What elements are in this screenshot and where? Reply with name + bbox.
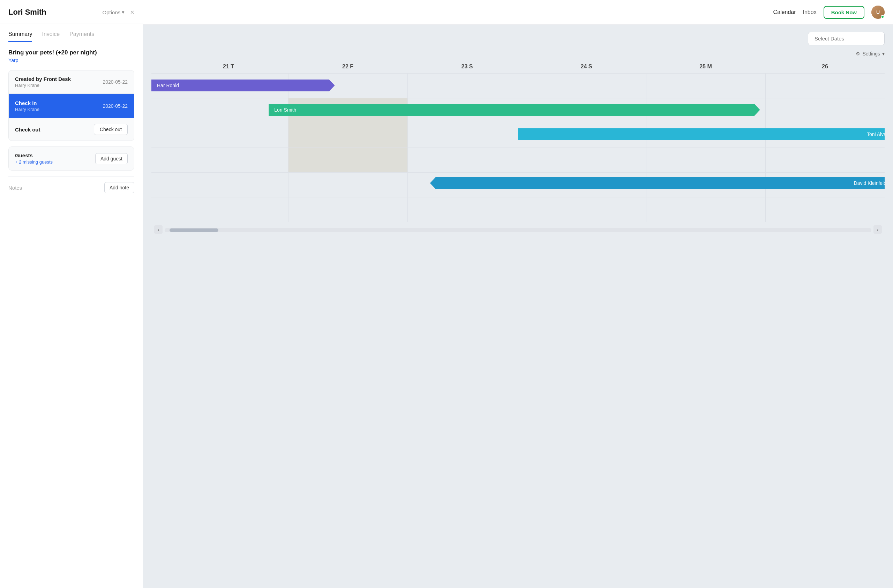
cell-r4c2[interactable] [288, 148, 407, 172]
row-label-5 [151, 173, 169, 197]
close-icon: × [130, 8, 134, 16]
cell-r5c2[interactable] [288, 173, 407, 197]
notes-row: Notes Add note [8, 176, 134, 196]
calendar-container: 21 T 22 F 23 S 24 S 25 M 26 ▲ ▼ [151, 60, 885, 588]
horizontal-scrollbar[interactable] [165, 228, 871, 232]
calendar-nav-link[interactable]: Calendar [773, 9, 796, 15]
guests-sub: + 2 missing guests [15, 159, 53, 165]
booking-bar-toni-alva[interactable]: Toni Alva [518, 128, 885, 140]
cell-r4c4[interactable] [527, 148, 646, 172]
settings-button[interactable]: ⚙ Settings ▾ [856, 51, 885, 57]
tab-summary[interactable]: Summary [8, 26, 32, 42]
book-now-button[interactable]: Book Now [824, 6, 864, 19]
cell-r6c5[interactable] [646, 197, 765, 222]
row-label-2 [151, 98, 169, 123]
cell-r6c2[interactable] [288, 197, 407, 222]
col-header-22: 22 F [288, 60, 407, 73]
avatar: U [871, 6, 885, 19]
booking-name: Lori Smith [8, 8, 47, 17]
cell-r1c6[interactable] [765, 74, 885, 98]
checkout-button[interactable]: Check out [94, 124, 128, 135]
col-header-23: 23 S [407, 60, 527, 73]
row-label-header [151, 60, 169, 73]
left-panel: Lori Smith Options ▾ × Summary Invoice P… [0, 0, 143, 588]
cell-r2c6[interactable] [765, 98, 885, 123]
day-number: 21 T [169, 63, 288, 70]
add-note-button[interactable]: Add note [104, 182, 134, 193]
checkin-label: Check in [15, 100, 39, 106]
calendar-body: Har Rohld Lori Smith Toni Alva David Kle… [151, 73, 885, 222]
created-label: Created by Front Desk [15, 76, 71, 82]
scrollbar-thumb [170, 229, 218, 232]
cell-r1c3[interactable] [407, 74, 527, 98]
cell-r3c1[interactable] [169, 123, 288, 147]
guests-label: Guests [15, 152, 53, 158]
checkout-row: Check out Check out [9, 118, 134, 141]
inbox-nav-link[interactable]: Inbox [803, 9, 816, 15]
cell-r4c6[interactable] [765, 148, 885, 172]
cal-row-4 [151, 147, 885, 172]
calendar-area: ⚙ Settings ▾ 21 T 22 F 23 S 24 S 25 M 26 [143, 25, 893, 588]
col-header-26: 26 ▲ ▼ [765, 60, 885, 73]
settings-label: Settings [862, 51, 880, 57]
booking-bar-har-rohld[interactable]: Har Rohld [151, 80, 335, 92]
created-row: Created by Front Desk Harry Krane 2020-0… [9, 71, 134, 94]
row-label-3 [151, 123, 169, 147]
created-date: 2020-05-22 [102, 79, 128, 85]
select-dates-input[interactable] [808, 32, 885, 45]
header-actions: Options ▾ × [102, 9, 134, 16]
checkin-by: Harry Krane [15, 107, 39, 112]
guests-card: Guests + 2 missing guests Add guest [8, 146, 134, 170]
cal-scroll-left[interactable]: ‹ [154, 225, 162, 234]
left-header: Lori Smith Options ▾ × [0, 0, 143, 23]
col-header-25: 25 M [646, 60, 765, 73]
booking-name-toni-alva: Toni Alva [867, 131, 885, 137]
booking-name-har-rohld: Har Rohld [157, 83, 179, 88]
cell-r6c1[interactable] [169, 197, 288, 222]
top-nav: Calendar Inbox Book Now U [143, 0, 893, 25]
right-panel: Calendar Inbox Book Now U ⚙ Settings ▾ [143, 0, 893, 588]
notes-label: Notes [8, 185, 22, 191]
options-button[interactable]: Options ▾ [102, 9, 125, 15]
options-label: Options [102, 9, 121, 15]
booking-bar-david-kleinfeld[interactable]: David Kleinfeld [430, 177, 885, 189]
property-subtitle: Yarp [8, 57, 134, 63]
chevron-down-icon: ▾ [122, 9, 125, 15]
col-header-24: 24 S [527, 60, 646, 73]
cell-r3c2[interactable] [288, 123, 407, 147]
col-header-21: 21 T [169, 60, 288, 73]
property-title: Bring your pets! (+20 per night) [8, 49, 134, 56]
cell-r5c1[interactable] [169, 173, 288, 197]
created-by: Harry Krane [15, 83, 71, 88]
tab-invoice[interactable]: Invoice [42, 26, 60, 42]
row-label-4 [151, 148, 169, 172]
avatar-online-dot [881, 15, 884, 18]
calendar-header: 21 T 22 F 23 S 24 S 25 M 26 ▲ ▼ [151, 60, 885, 73]
booking-name-david-kleinfeld: David Kleinfeld [854, 180, 885, 186]
cell-r1c5[interactable] [646, 74, 765, 98]
checkin-row[interactable]: Check in Harry Krane 2020-05-22 [9, 94, 134, 118]
cell-r6c6[interactable] [765, 197, 885, 222]
settings-chevron-icon: ▾ [882, 51, 885, 57]
add-guest-button[interactable]: Add guest [95, 153, 128, 164]
left-content: Bring your pets! (+20 per night) Yarp Cr… [0, 42, 143, 588]
gear-icon: ⚙ [856, 51, 860, 57]
booking-name-lori-smith: Lori Smith [274, 107, 296, 113]
checkin-date: 2020-05-22 [102, 103, 128, 109]
cal-row-6 [151, 197, 885, 222]
checkout-label: Check out [15, 126, 41, 132]
cell-r6c3[interactable] [407, 197, 527, 222]
cell-r6c4[interactable] [527, 197, 646, 222]
cal-scroll-right[interactable]: › [873, 225, 882, 234]
close-button[interactable]: × [130, 9, 134, 16]
cell-r4c1[interactable] [169, 148, 288, 172]
cell-r1c4[interactable] [527, 74, 646, 98]
cell-r4c5[interactable] [646, 148, 765, 172]
booking-bar-lori-smith[interactable]: Lori Smith [269, 104, 760, 116]
row-label-6 [151, 197, 169, 222]
calendar-toolbar [151, 32, 885, 45]
info-card: Created by Front Desk Harry Krane 2020-0… [8, 70, 134, 141]
cell-r4c3[interactable] [407, 148, 527, 172]
cell-r3c3[interactable] [407, 123, 527, 147]
tab-payments[interactable]: Payments [69, 26, 94, 42]
